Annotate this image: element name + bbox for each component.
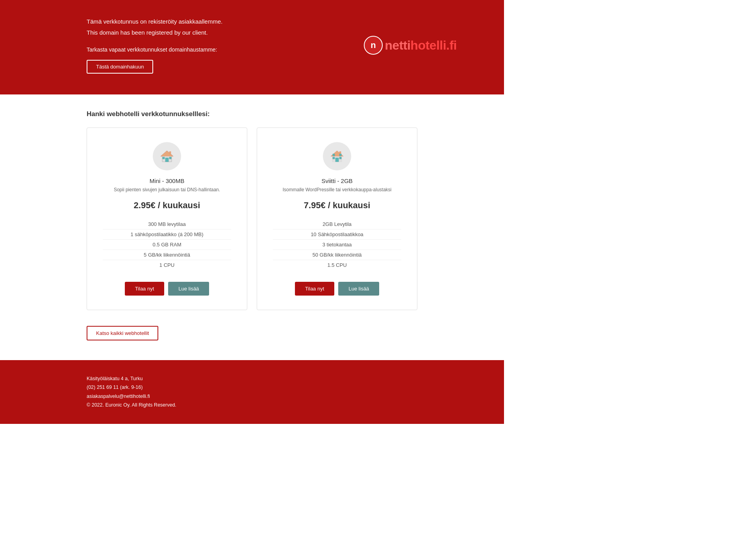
svg-rect-8: [169, 157, 171, 159]
logo-text: nettihotelli.fi: [385, 38, 457, 53]
svg-rect-14: [339, 157, 341, 159]
section-title: Hanki webhotelli verkkotunnukselllesi:: [87, 110, 417, 118]
suite-card-desc: Isommalle WordPressille tai verkkokauppa…: [273, 187, 401, 193]
suite-card-name: Sviitti - 2GB: [273, 178, 401, 184]
suite-card-price: 7.95€ / kuukausi: [273, 200, 401, 211]
mini-house-icon: [159, 148, 175, 164]
mini-feature-1: 300 MB levytilaa: [103, 219, 231, 229]
suite-feature-2: 10 Sähköpostilaatikkoa: [273, 229, 401, 240]
svg-text:n: n: [371, 40, 376, 50]
footer-section: Käsityöläiskatu 4 a, Turku (02) 251 69 1…: [0, 360, 504, 424]
suite-feature-3: 3 tietokantaa: [273, 240, 401, 250]
suite-feature-5: 1.5 CPU: [273, 260, 401, 270]
svg-rect-16: [333, 154, 335, 156]
header-line1: Tämä verkkotunnus on rekisteröity asiakk…: [87, 17, 222, 26]
mini-card-buttons: Tilaa nyt Lue lisää: [103, 282, 231, 296]
footer-email-link[interactable]: asiakaspalvelu@nettihotelli.fi: [87, 394, 150, 399]
logo-icon: n: [363, 35, 383, 55]
suite-house-icon-wrap: [323, 142, 351, 170]
svg-rect-12: [335, 158, 339, 162]
mini-more-button[interactable]: Lue lisää: [168, 282, 209, 296]
suite-order-button[interactable]: Tilaa nyt: [295, 282, 335, 296]
svg-marker-5: [161, 151, 173, 156]
mini-order-button[interactable]: Tilaa nyt: [125, 282, 165, 296]
footer-copyright: © 2022. Euronic Oy. All Rights Reserved.: [87, 401, 417, 410]
header-section: Tämä verkkotunnus on rekisteröity asiakk…: [0, 0, 504, 94]
suite-house-icon: [329, 148, 345, 164]
footer-address: Käsityöläiskatu 4 a, Turku: [87, 374, 417, 383]
mini-card-price: 2.95€ / kuukausi: [103, 200, 231, 211]
domain-search-button[interactable]: Tästä domainhakuun: [87, 60, 153, 74]
mini-feature-5: 1 CPU: [103, 260, 231, 270]
svg-rect-6: [165, 158, 169, 162]
domain-check-text: Tarkasta vapaat verkkotunnukset domainha…: [87, 45, 222, 54]
svg-rect-7: [163, 157, 165, 159]
header-logo: n nettihotelli.fi: [363, 35, 504, 55]
suite-feature-4: 50 GB/kk liikennöintiä: [273, 250, 401, 260]
suite-feature-1: 2GB Levytila: [273, 219, 401, 229]
header-line2: This domain has been registered by our c…: [87, 28, 222, 37]
svg-rect-9: [169, 152, 171, 154]
svg-rect-13: [333, 157, 335, 159]
mini-house-icon-wrap: [153, 142, 181, 170]
mini-feature-3: 0.5 GB RAM: [103, 240, 231, 250]
mini-feature-2: 1 sähköpostilaatikko (á 200 MB): [103, 229, 231, 240]
main-section: Hanki webhotelli verkkotunnukselllesi:: [0, 94, 504, 360]
svg-rect-17: [339, 154, 341, 156]
pricing-card-mini: Mini - 300MB Sopii pienten sivujen julka…: [87, 128, 247, 310]
suite-features: 2GB Levytila 10 Sähköpostilaatikkoa 3 ti…: [273, 219, 401, 270]
pricing-card-suite: Sviitti - 2GB Isommalle WordPressille ta…: [257, 128, 417, 310]
mini-feature-4: 5 GB/kk liikennöintiä: [103, 250, 231, 260]
header-left: Tämä verkkotunnus on rekisteröity asiakk…: [0, 17, 222, 73]
suite-card-buttons: Tilaa nyt Lue lisää: [273, 282, 401, 296]
mini-card-name: Mini - 300MB: [103, 178, 231, 184]
suite-more-button[interactable]: Lue lisää: [338, 282, 379, 296]
mini-card-desc: Sopii pienten sivujen julkaisuun tai DNS…: [103, 187, 231, 193]
footer-phone: (02) 251 69 11 (ark. 9-16): [87, 383, 417, 392]
logo-highlight: netti: [385, 38, 410, 52]
see-all-button[interactable]: Katso kaikki webhotellit: [87, 326, 158, 340]
cards-wrapper: Mini - 300MB Sopii pienten sivujen julka…: [87, 128, 417, 310]
mini-features: 300 MB levytilaa 1 sähköpostilaatikko (á…: [103, 219, 231, 270]
